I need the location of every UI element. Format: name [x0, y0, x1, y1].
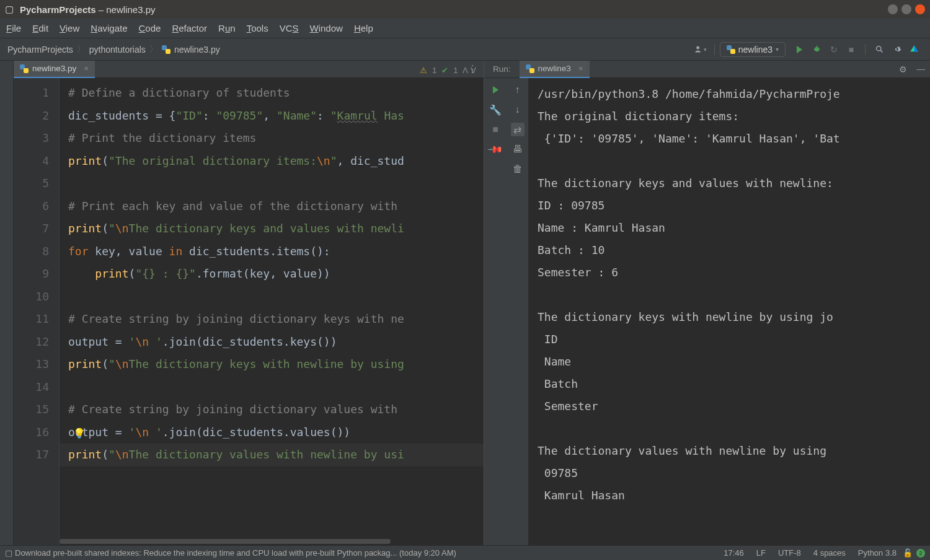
- gear-icon[interactable]: ⚙: [894, 64, 912, 74]
- python-file-icon: [20, 64, 29, 73]
- run-header: Run: newline3 × ⚙ —: [484, 61, 930, 78]
- title-file: newline3.py: [106, 4, 155, 15]
- menu-code[interactable]: Code: [139, 23, 161, 33]
- window-minimize-icon[interactable]: [888, 4, 898, 14]
- code-area[interactable]: # Define a dictionary of students dic_st…: [60, 78, 484, 545]
- toolbar-divider: [865, 44, 866, 55]
- chevron-right-icon: 〉: [77, 44, 86, 55]
- debug-button[interactable]: [810, 43, 823, 56]
- modify-run-button[interactable]: 🔧: [489, 103, 502, 116]
- code-with-me-icon[interactable]: [908, 43, 920, 56]
- breadcrumb-folder[interactable]: pythontutorials: [89, 45, 146, 55]
- stop-button[interactable]: ■: [845, 43, 857, 56]
- editor-tab-newline3[interactable]: newline3.py ×: [14, 61, 95, 78]
- run-config-selector[interactable]: newline3 ▾: [720, 42, 786, 57]
- toolbar-divider: [714, 44, 715, 55]
- python-file-icon: [162, 45, 170, 54]
- hide-icon[interactable]: —: [912, 64, 931, 74]
- editor-tab-label: newline3.py: [32, 64, 76, 73]
- title-project: PycharmProjects: [20, 4, 96, 15]
- menu-run[interactable]: Run: [218, 23, 236, 33]
- warning-count: 1: [432, 66, 436, 75]
- run-tool-window: Run: newline3 × ⚙ — 🔧 ■ 📌 ↑ ↓ ⇄ 🖶 �: [484, 61, 930, 545]
- console-output[interactable]: /usr/bin/python3.8 /home/fahmida/Pycharm…: [529, 78, 930, 545]
- editor-pane: newline3.py × ⋮ ⚠ 1 ✔ 1 ᐱ ᐯ 💡 1234567 89…: [14, 61, 484, 545]
- menu-navigate[interactable]: Navigate: [91, 23, 127, 33]
- pin-icon[interactable]: 📌: [485, 139, 505, 159]
- status-time: 17:46: [724, 548, 744, 558]
- svg-line-6: [880, 50, 882, 53]
- menu-file[interactable]: File: [6, 23, 21, 33]
- menu-help[interactable]: Help: [354, 23, 373, 33]
- status-message[interactable]: Download pre-built shared indexes: Reduc…: [15, 548, 456, 558]
- code-editor[interactable]: 1234567 891011121314 151617 # Define a d…: [14, 78, 484, 545]
- run-label: Run:: [484, 64, 520, 74]
- menu-edit[interactable]: Edit: [32, 23, 48, 33]
- search-everywhere-icon[interactable]: [873, 43, 885, 56]
- navigation-bar: PycharmProjects 〉 pythontutorials 〉 newl…: [0, 38, 930, 61]
- status-interpreter[interactable]: Python 3.8: [858, 548, 897, 558]
- ok-icon: ✔: [441, 66, 448, 75]
- workspace: newline3.py × ⋮ ⚠ 1 ✔ 1 ᐱ ᐯ 💡 1234567 89…: [0, 61, 930, 545]
- status-encoding[interactable]: UTF-8: [778, 548, 801, 558]
- background-tasks-badge[interactable]: 2: [916, 549, 925, 558]
- run-body: 🔧 ■ 📌 ↑ ↓ ⇄ 🖶 🗑 /usr/bin/python3.8 /home…: [484, 78, 930, 545]
- scroll-up-icon[interactable]: ↑: [511, 83, 525, 97]
- print-icon[interactable]: 🖶: [511, 142, 525, 156]
- line-number-gutter[interactable]: 1234567 891011121314 151617: [14, 78, 60, 545]
- scrollbar-thumb[interactable]: [60, 539, 391, 544]
- status-bar: ▢ Download pre-built shared indexes: Red…: [0, 545, 930, 560]
- window-close-icon[interactable]: [915, 4, 925, 14]
- status-line-sep[interactable]: LF: [756, 548, 766, 558]
- rerun-button[interactable]: [489, 83, 502, 97]
- left-tool-stripe[interactable]: [0, 61, 14, 545]
- window-maximize-icon[interactable]: [901, 4, 911, 14]
- toolwindow-toggle-icon[interactable]: ▢: [5, 548, 12, 558]
- python-icon: [727, 45, 735, 54]
- run-tab-label: newline3: [538, 64, 571, 73]
- close-icon[interactable]: ×: [578, 64, 583, 73]
- editor-tabs: newline3.py × ⋮: [14, 61, 484, 78]
- menu-window[interactable]: Window: [310, 23, 343, 33]
- chevron-right-icon: 〉: [149, 44, 158, 55]
- main-menubar: File Edit View Navigate Code Refactor Ru…: [0, 19, 930, 38]
- chevron-down-icon: ▾: [776, 46, 779, 53]
- breadcrumb-root[interactable]: PycharmProjects: [7, 45, 73, 55]
- menu-refactor[interactable]: Refactor: [172, 23, 207, 33]
- delete-icon[interactable]: 🗑: [511, 162, 525, 176]
- status-indent[interactable]: 4 spaces: [813, 548, 846, 558]
- menu-tools[interactable]: Tools: [247, 23, 268, 33]
- scroll-down-icon[interactable]: ↓: [511, 103, 525, 116]
- python-icon: [526, 64, 534, 73]
- warning-icon: ⚠: [420, 66, 427, 75]
- run-button[interactable]: [793, 43, 805, 56]
- readonly-lock-icon[interactable]: 🔓: [903, 548, 913, 558]
- run-tab[interactable]: newline3 ×: [520, 61, 590, 78]
- run-toolbar-primary: 🔧 ■ 📌: [484, 78, 507, 545]
- stop-run-button[interactable]: ■: [489, 123, 502, 136]
- run-toolbar-secondary: ↑ ↓ ⇄ 🖶 🗑: [507, 78, 529, 545]
- window-titlebar: ▢ PycharmProjects – newline3.py: [0, 0, 930, 19]
- close-icon[interactable]: ×: [84, 64, 89, 73]
- project-icon: ▢: [5, 4, 14, 15]
- inspection-widget[interactable]: ⚠ 1 ✔ 1 ᐱ ᐯ: [420, 66, 476, 75]
- breadcrumb-file[interactable]: newline3.py: [174, 45, 220, 55]
- settings-icon[interactable]: [890, 43, 903, 56]
- menu-view[interactable]: View: [60, 23, 79, 33]
- svg-point-0: [696, 46, 699, 50]
- intention-bulb-icon[interactable]: 💡: [73, 427, 86, 439]
- soft-wrap-icon[interactable]: ⇄: [511, 123, 525, 136]
- ok-count: 1: [453, 66, 458, 75]
- editor-horizontal-scrollbar[interactable]: [60, 538, 484, 545]
- run-coverage-button[interactable]: ↻: [828, 43, 840, 56]
- add-user-icon[interactable]: ▾: [694, 43, 707, 56]
- menu-vcs[interactable]: VCS: [280, 23, 299, 33]
- run-config-name: newline3: [738, 45, 773, 55]
